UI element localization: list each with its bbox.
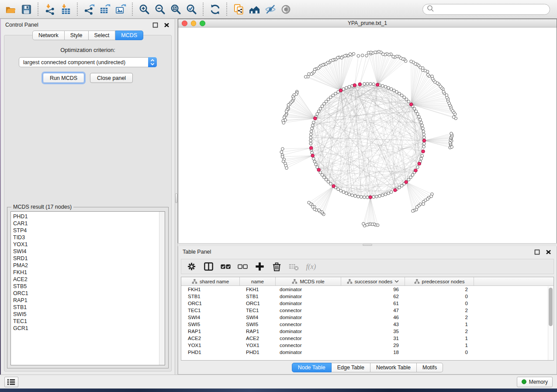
graph-node[interactable]: [342, 191, 345, 194]
graph-node[interactable]: [387, 192, 390, 195]
close-panel-button[interactable]: Close panel: [90, 73, 133, 83]
graph-hub-node-mcds[interactable]: [332, 185, 336, 188]
splitter-handle[interactable]: [175, 193, 177, 203]
graph-node[interactable]: [452, 116, 455, 119]
graph-node[interactable]: [334, 92, 337, 95]
mcds-result-item[interactable]: TID3: [13, 234, 159, 241]
table-tab-edge-table[interactable]: Edge Table: [332, 363, 370, 372]
graph-node[interactable]: [400, 94, 403, 97]
close-panel-icon[interactable]: [163, 21, 170, 28]
graph-node[interactable]: [311, 124, 314, 127]
graph-node[interactable]: [332, 94, 335, 97]
task-history-button[interactable]: [4, 377, 18, 387]
toolbar-show-all-button[interactable]: [278, 2, 294, 17]
graph-node[interactable]: [384, 86, 387, 89]
graph-node[interactable]: [420, 121, 423, 124]
table-toolbar-settings-gear-icon[interactable]: [185, 260, 198, 273]
graph-hub-node-mcds[interactable]: [369, 196, 372, 199]
graph-node[interactable]: [281, 148, 284, 151]
tab-network[interactable]: Network: [32, 31, 65, 40]
graph-node[interactable]: [372, 83, 375, 86]
graph-node[interactable]: [390, 88, 393, 91]
graph-node[interactable]: [412, 210, 415, 213]
table-row[interactable]: TEC1TEC1connector472: [181, 307, 554, 314]
column-header-shared-name[interactable]: shared name: [181, 277, 240, 285]
graph-node[interactable]: [421, 124, 424, 127]
graph-node[interactable]: [339, 189, 343, 193]
graph-hub-node-mcds[interactable]: [422, 150, 425, 153]
graph-node[interactable]: [311, 127, 314, 130]
graph-node[interactable]: [421, 155, 424, 158]
toolbar-import-network-button[interactable]: [42, 2, 58, 17]
graph-node[interactable]: [398, 92, 401, 95]
search-box[interactable]: [422, 4, 550, 15]
graph-node[interactable]: [309, 136, 312, 139]
graph-node[interactable]: [381, 84, 384, 87]
graph-node[interactable]: [413, 107, 416, 110]
toolbar-first-neighbors-button[interactable]: [246, 2, 262, 17]
graph-node[interactable]: [416, 113, 419, 116]
graph-node[interactable]: [366, 196, 369, 199]
graph-node[interactable]: [365, 54, 368, 57]
graph-node[interactable]: [422, 133, 426, 136]
table-toolbar-add-icon[interactable]: [253, 260, 266, 273]
graph-node[interactable]: [407, 100, 410, 103]
mcds-result-item[interactable]: ACE2: [13, 276, 159, 283]
graph-node[interactable]: [405, 98, 408, 101]
graph-node[interactable]: [329, 182, 332, 186]
graph-node[interactable]: [357, 55, 360, 58]
graph-node[interactable]: [310, 130, 313, 133]
close-window-icon[interactable]: [182, 21, 187, 26]
toolbar-import-table-button[interactable]: [58, 2, 73, 17]
table-row[interactable]: ORC1ORC1dominator610: [181, 300, 554, 307]
table-toolbar-show-columns-icon[interactable]: [202, 260, 215, 273]
network-graph[interactable]: [178, 28, 557, 243]
memory-button[interactable]: Memory: [517, 377, 553, 387]
graph-node[interactable]: [325, 178, 328, 181]
table-toolbar-select-all-icon[interactable]: [219, 260, 232, 273]
float-panel-icon[interactable]: [151, 21, 159, 28]
graph-node[interactable]: [419, 118, 422, 121]
graph-node[interactable]: [409, 176, 412, 179]
graph-node[interactable]: [415, 110, 418, 113]
graph-node[interactable]: [423, 142, 426, 145]
mcds-result-item[interactable]: SRD1: [13, 255, 159, 262]
graph-node[interactable]: [348, 193, 351, 196]
mcds-result-item[interactable]: TEC1: [13, 318, 159, 325]
graph-node[interactable]: [387, 86, 390, 89]
column-header-MCDS-role[interactable]: MCDS role: [276, 277, 341, 285]
graph-node[interactable]: [308, 201, 311, 204]
run-mcds-button[interactable]: Run MCDS: [43, 73, 84, 83]
toolbar-zoom-out-button[interactable]: [152, 2, 168, 17]
graph-node[interactable]: [304, 76, 307, 79]
graph-node[interactable]: [313, 160, 316, 163]
table-row[interactable]: FKH1FKH1dominator962: [181, 286, 554, 293]
graph-node[interactable]: [384, 193, 387, 196]
mcds-result-item[interactable]: GCR1: [13, 325, 159, 332]
graph-node[interactable]: [315, 163, 318, 166]
tab-mcds[interactable]: MCDS: [115, 31, 143, 40]
graph-hub-node-mcds[interactable]: [339, 89, 343, 92]
graph-node[interactable]: [407, 178, 410, 181]
table-tab-node-table[interactable]: Node Table: [292, 363, 332, 372]
mcds-result-item[interactable]: STB1: [13, 304, 159, 311]
graph-node[interactable]: [281, 155, 284, 158]
graph-node[interactable]: [395, 90, 398, 93]
graph-node[interactable]: [398, 186, 401, 189]
mcds-result-item[interactable]: PMA2: [13, 262, 159, 269]
graph-node[interactable]: [410, 60, 413, 63]
graph-node[interactable]: [309, 142, 312, 145]
mcds-result-item[interactable]: STP4: [13, 227, 159, 234]
graph-node[interactable]: [312, 121, 315, 124]
tab-select[interactable]: Select: [89, 31, 116, 40]
graph-hub-node-mcds[interactable]: [353, 84, 356, 87]
table-row[interactable]: ACE2ACE2connector311: [181, 335, 554, 342]
table-row[interactable]: PHD1PHD1dominator180: [181, 349, 554, 356]
graph-node[interactable]: [337, 188, 340, 191]
splitter-handle[interactable]: [363, 244, 372, 246]
optimization-criterion-dropdown[interactable]: largest connected component (undirected): [19, 57, 157, 67]
search-input[interactable]: [436, 6, 546, 12]
graph-node[interactable]: [393, 89, 396, 92]
table-scrollbar-thumb[interactable]: [549, 288, 553, 326]
graph-node[interactable]: [345, 192, 348, 195]
